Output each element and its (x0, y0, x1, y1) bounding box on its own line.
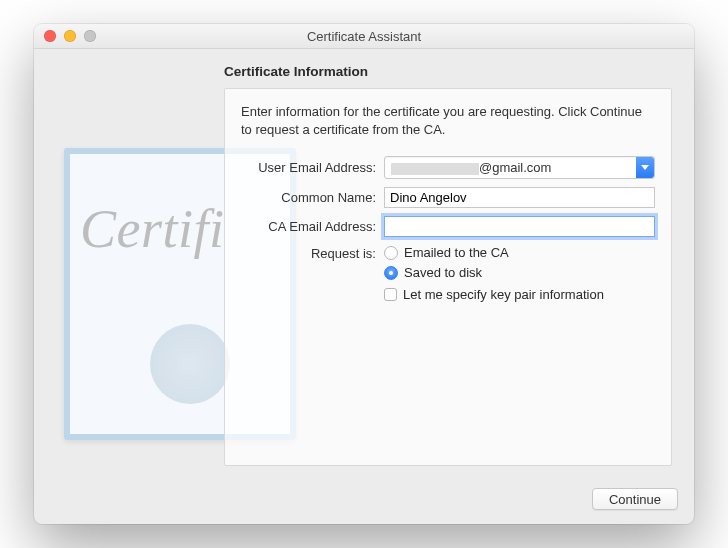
checkbox-specify-keypair[interactable]: Let me specify key pair information (384, 287, 604, 302)
radio-emailed-label: Emailed to the CA (404, 245, 509, 260)
radio-saved[interactable]: Saved to disk (384, 265, 482, 280)
continue-button[interactable]: Continue (592, 488, 678, 510)
intro-text: Enter information for the certificate yo… (241, 103, 655, 138)
label-common-name: Common Name: (241, 190, 384, 205)
label-ca-email: CA Email Address: (241, 219, 384, 234)
chevron-down-icon[interactable] (636, 157, 654, 178)
checkbox-specify-keypair-label: Let me specify key pair information (403, 287, 604, 302)
common-name-field[interactable] (384, 187, 655, 208)
ca-email-field[interactable] (384, 216, 655, 237)
footer: Continue (592, 488, 678, 510)
titlebar[interactable]: Certificate Assistant (34, 24, 694, 49)
radio-saved-label: Saved to disk (404, 265, 482, 280)
radio-emailed[interactable]: Emailed to the CA (384, 245, 509, 260)
radio-icon (384, 246, 398, 260)
minimize-button[interactable] (64, 30, 76, 42)
window: Certificate Assistant Certifi Certificat… (34, 24, 694, 524)
user-email-suffix: @gmail.com (479, 160, 551, 175)
zoom-button[interactable] (84, 30, 96, 42)
row-request-is: Request is: Emailed to the CA Saved to d… (241, 245, 655, 302)
redacted-text (391, 163, 479, 175)
label-request-is: Request is: (241, 245, 384, 261)
radio-icon-selected (384, 266, 398, 280)
certificate-seal (150, 324, 230, 404)
form-panel: Enter information for the certificate yo… (224, 88, 672, 466)
close-button[interactable] (44, 30, 56, 42)
row-ca-email: CA Email Address: (241, 216, 655, 237)
traffic-lights (44, 30, 96, 42)
window-title: Certificate Assistant (34, 29, 694, 44)
section-heading: Certificate Information (224, 64, 368, 79)
content-area: Certifi Certificate Information Enter in… (34, 48, 694, 524)
user-email-combobox[interactable]: @gmail.com (384, 156, 655, 179)
row-common-name: Common Name: (241, 187, 655, 208)
label-user-email: User Email Address: (241, 160, 384, 175)
row-user-email: User Email Address: @gmail.com (241, 156, 655, 179)
user-email-value: @gmail.com (385, 160, 636, 175)
checkbox-icon (384, 288, 397, 301)
certificate-script-text: Certifi (80, 198, 225, 260)
